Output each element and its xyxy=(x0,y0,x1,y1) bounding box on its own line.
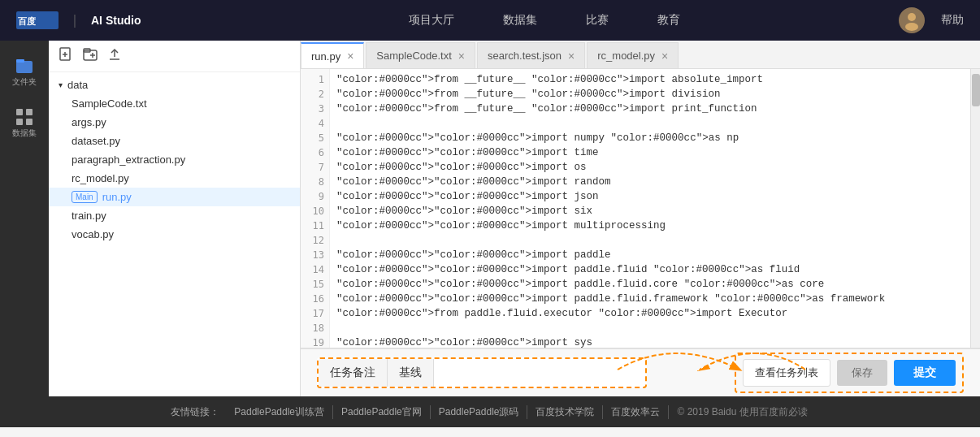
save-button[interactable]: 保存 xyxy=(837,360,887,386)
line-number: 5 xyxy=(301,131,329,145)
code-line: "color:#0000cc">"color:#0000cc">import t… xyxy=(336,145,964,160)
code-line: "color:#0000cc">"color:#0000cc">import p… xyxy=(336,277,964,292)
file-runpy[interactable]: Main run.py xyxy=(49,188,300,206)
file-train-name: train.py xyxy=(72,210,106,222)
tab-searchtest-close[interactable]: × xyxy=(568,50,575,63)
footer-link-baiduefficiency[interactable]: 百度效率云 xyxy=(603,405,669,419)
file-args[interactable]: args.py xyxy=(49,113,300,132)
file-rcmodel[interactable]: rc_model.py xyxy=(49,169,300,188)
file-train[interactable]: train.py xyxy=(49,206,300,225)
task-note-label: 任务备注 xyxy=(319,359,388,387)
baidu-logo-icon: 百度 xyxy=(16,11,59,29)
footer-link-paddleofficial[interactable]: PaddlePaddle官网 xyxy=(333,405,431,419)
line-number: 3 xyxy=(301,102,329,116)
svg-point-3 xyxy=(908,13,916,21)
nav-projects[interactable]: 项目大厅 xyxy=(409,13,454,28)
nav-competition[interactable]: 比赛 xyxy=(586,13,609,28)
upload-btn[interactable] xyxy=(107,47,122,65)
code-line: "color:#0000cc">from __future__ "color:#… xyxy=(336,87,964,102)
footer: 友情链接： PaddlePaddle训练营 PaddlePaddle官网 Pad… xyxy=(0,396,980,427)
nav-education[interactable]: 教育 xyxy=(657,13,680,28)
grid-icon xyxy=(15,108,33,126)
tab-runpy-close[interactable]: × xyxy=(347,50,353,63)
submit-button[interactable]: 提交 xyxy=(894,360,956,386)
svg-rect-8 xyxy=(26,109,33,115)
code-line: "color:#0000cc">"color:#0000cc">import j… xyxy=(336,189,964,204)
logo-area: 百度 ｜ AI Studio xyxy=(16,11,141,29)
line-number: 7 xyxy=(301,160,329,175)
line-number: 15 xyxy=(301,277,329,292)
svg-rect-5 xyxy=(16,61,33,73)
file-paragraph[interactable]: paragraph_extraction.py xyxy=(49,150,300,169)
sidebar-item-files[interactable]: 文件夹 xyxy=(12,49,37,88)
scrollbar-thumb[interactable] xyxy=(972,74,980,106)
file-samplecode-name: SampleCode.txt xyxy=(72,97,147,110)
svg-rect-6 xyxy=(16,59,24,63)
code-line: "color:#0000cc">"color:#0000cc">import r… xyxy=(336,175,964,189)
tab-rcmodel[interactable]: rc_model.py × xyxy=(587,42,679,68)
line-number: 6 xyxy=(301,145,329,160)
main-container: 文件夹 数据集 xyxy=(0,41,980,396)
upload-icon xyxy=(107,47,122,62)
logo-separator: ｜ xyxy=(68,12,81,29)
file-dataset[interactable]: dataset.py xyxy=(49,132,300,150)
line-number: 18 xyxy=(301,321,329,335)
tab-samplecode[interactable]: SampleCode.txt × xyxy=(366,42,475,68)
baseline-label: 基线 xyxy=(388,359,434,387)
sidebar: 文件夹 数据集 xyxy=(0,41,49,396)
code-line: "color:#0000cc">from paddle.fluid.execut… xyxy=(336,306,964,321)
nav-datasets[interactable]: 数据集 xyxy=(503,13,537,28)
tab-runpy-label: run.py xyxy=(311,50,340,63)
footer-link-baidutechacademy[interactable]: 百度技术学院 xyxy=(527,405,603,419)
code-line: "color:#0000cc">"color:#0000cc">import p… xyxy=(336,262,964,277)
main-badge: Main xyxy=(72,191,98,203)
code-editor[interactable]: ◀ 12345678910111213141516171819202122232… xyxy=(301,69,980,348)
line-number: 19 xyxy=(301,335,329,348)
task-text-input[interactable] xyxy=(434,360,645,386)
view-tasks-button[interactable]: 查看任务列表 xyxy=(743,359,830,387)
new-file-btn[interactable] xyxy=(59,47,73,65)
vertical-scrollbar[interactable] xyxy=(970,69,980,348)
tab-samplecode-close[interactable]: × xyxy=(458,50,465,63)
file-vocab-name: vocab.py xyxy=(72,228,114,240)
tab-samplecode-label: SampleCode.txt xyxy=(376,50,452,62)
tab-searchtest-label: search.test.json xyxy=(488,50,562,62)
top-navigation: 百度 ｜ AI Studio 项目大厅 数据集 比赛 教育 帮助 xyxy=(0,0,980,41)
right-actions-group: 查看任务列表 保存 提交 xyxy=(735,353,964,393)
line-number: 1 xyxy=(301,72,329,87)
code-line: "color:#0000cc">"color:#0000cc">import o… xyxy=(336,160,964,175)
code-line: "color:#0000cc">"color:#0000cc">import p… xyxy=(336,248,964,262)
tab-searchtest[interactable]: search.test.json × xyxy=(477,42,585,68)
footer-prefix: 友情链接： xyxy=(164,405,226,419)
line-number: 4 xyxy=(301,116,329,131)
user-avatar[interactable] xyxy=(899,7,925,33)
file-samplecode[interactable]: SampleCode.txt xyxy=(49,94,300,113)
file-vocab[interactable]: vocab.py xyxy=(49,225,300,244)
sidebar-item-datasets[interactable]: 数据集 xyxy=(12,108,37,139)
line-numbers: 123456789101112131415161718192021222324 xyxy=(301,69,330,348)
tab-rcmodel-label: rc_model.py xyxy=(597,50,655,62)
tab-runpy[interactable]: run.py × xyxy=(301,42,364,68)
folder-data[interactable]: ▾ data xyxy=(49,76,300,94)
new-folder-icon xyxy=(83,47,98,62)
footer-copyright: © 2019 Baidu 使用百度前必读 xyxy=(669,405,815,419)
footer-link-paddlesource[interactable]: PaddlePaddle源码 xyxy=(431,405,528,419)
task-input-group: 任务备注 基线 xyxy=(317,357,647,388)
line-number: 2 xyxy=(301,87,329,102)
bottom-action-bar: 任务备注 基线 查看任务列表 保存 提交 xyxy=(301,348,980,396)
files-label: 文件夹 xyxy=(12,76,37,88)
code-line: "color:#0000cc">from __future__ "color:#… xyxy=(336,72,964,87)
footer-link-paddlecamp[interactable]: PaddlePaddle训练营 xyxy=(226,405,333,419)
line-number: 8 xyxy=(301,175,329,189)
code-content[interactable]: "color:#0000cc">from __future__ "color:#… xyxy=(330,69,970,348)
line-number: 10 xyxy=(301,204,329,218)
datasets-label: 数据集 xyxy=(12,128,37,139)
tab-rcmodel-close[interactable]: × xyxy=(661,50,668,63)
code-line xyxy=(336,116,964,131)
help-link[interactable]: 帮助 xyxy=(941,13,964,28)
code-line: "color:#0000cc">"color:#0000cc">import s… xyxy=(336,335,964,348)
new-folder-btn[interactable] xyxy=(83,47,98,65)
file-panel: ▾ data SampleCode.txt args.py dataset.py… xyxy=(49,41,301,396)
line-number: 14 xyxy=(301,262,329,277)
editor-tabs: run.py × SampleCode.txt × search.test.js… xyxy=(301,41,980,69)
